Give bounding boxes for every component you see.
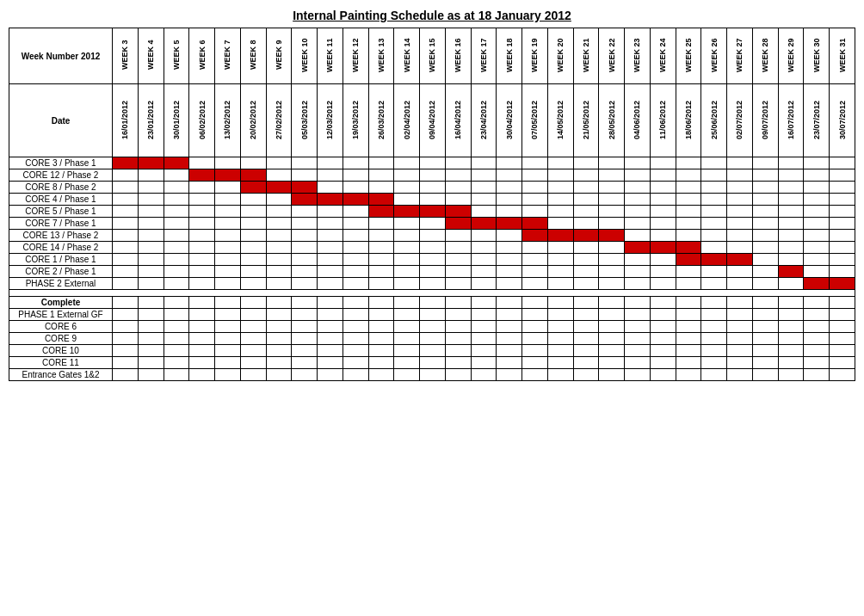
cell-8-14 bbox=[471, 254, 497, 266]
complete-cell-0-3 bbox=[189, 309, 215, 321]
complete-cell-1-5 bbox=[240, 321, 266, 333]
cell-2-28 bbox=[830, 182, 855, 194]
cell-1-9 bbox=[343, 169, 368, 182]
cell-5-21 bbox=[650, 218, 676, 230]
complete-cell-2-17 bbox=[547, 333, 573, 345]
cell-7-16 bbox=[522, 242, 548, 254]
cell-2-6 bbox=[266, 182, 292, 194]
cell-2-24 bbox=[727, 182, 753, 194]
cell-0-0 bbox=[113, 157, 139, 169]
complete-cell-4-26 bbox=[778, 357, 804, 369]
complete-cell-2-13 bbox=[445, 333, 471, 345]
cell-2-9 bbox=[343, 182, 368, 194]
cell-4-27 bbox=[804, 206, 830, 218]
row-4: CORE 5 / Phase 1 bbox=[9, 206, 855, 218]
cell-5-10 bbox=[368, 218, 394, 230]
cell-6-0 bbox=[113, 230, 139, 242]
cell-2-15 bbox=[497, 182, 522, 194]
complete-cell-5-3 bbox=[189, 369, 215, 381]
complete-cell-3-8 bbox=[318, 345, 343, 357]
cell-10-16 bbox=[522, 278, 548, 290]
cell-1-11 bbox=[394, 169, 420, 182]
complete-cell-13 bbox=[445, 297, 471, 309]
week-header-13: WEEK 16 bbox=[445, 28, 471, 84]
complete-cell-1-26 bbox=[778, 321, 804, 333]
cell-2-17 bbox=[547, 182, 573, 194]
cell-8-2 bbox=[164, 254, 189, 266]
complete-cell-0-26 bbox=[778, 309, 804, 321]
cell-2-14 bbox=[471, 182, 497, 194]
cell-7-7 bbox=[292, 242, 318, 254]
row-label-10: PHASE 2 External bbox=[9, 278, 113, 290]
complete-cell-0-17 bbox=[547, 309, 573, 321]
cell-4-0 bbox=[113, 206, 139, 218]
complete-cell-0-5 bbox=[240, 309, 266, 321]
date-header-7: 05/03/2012 bbox=[292, 84, 318, 157]
cell-10-21 bbox=[650, 278, 676, 290]
complete-cell-3-0 bbox=[113, 345, 139, 357]
cell-10-13 bbox=[445, 278, 471, 290]
row-6: CORE 13 / Phase 2 bbox=[9, 230, 855, 242]
cell-1-24 bbox=[727, 169, 753, 182]
week-header-28: WEEK 31 bbox=[830, 28, 855, 84]
complete-row-label-3: CORE 10 bbox=[9, 345, 113, 357]
cell-8-22 bbox=[676, 254, 701, 266]
complete-cell-3-15 bbox=[497, 345, 522, 357]
complete-cell-4-0 bbox=[113, 357, 139, 369]
complete-cell-27 bbox=[804, 297, 830, 309]
cell-8-28 bbox=[830, 254, 855, 266]
complete-cell-2-19 bbox=[599, 333, 625, 345]
cell-9-5 bbox=[240, 266, 266, 278]
cell-9-14 bbox=[471, 266, 497, 278]
date-header-8: 12/03/2012 bbox=[318, 84, 343, 157]
cell-7-15 bbox=[497, 242, 522, 254]
cell-7-1 bbox=[138, 242, 164, 254]
complete-cell-5-23 bbox=[701, 369, 727, 381]
cell-2-10 bbox=[368, 182, 394, 194]
cell-7-19 bbox=[599, 242, 625, 254]
complete-cell-0-1 bbox=[138, 309, 164, 321]
cell-1-10 bbox=[368, 169, 394, 182]
cell-8-3 bbox=[189, 254, 215, 266]
cell-7-24 bbox=[727, 242, 753, 254]
complete-cell-0-7 bbox=[292, 309, 318, 321]
cell-0-27 bbox=[804, 157, 830, 169]
row-label-9: CORE 2 / Phase 1 bbox=[9, 266, 113, 278]
cell-4-1 bbox=[138, 206, 164, 218]
complete-cell-5-11 bbox=[394, 369, 420, 381]
cell-6-12 bbox=[420, 230, 446, 242]
row-label-3: CORE 4 / Phase 1 bbox=[9, 194, 113, 206]
cell-9-24 bbox=[727, 266, 753, 278]
week-header-20: WEEK 23 bbox=[625, 28, 651, 84]
complete-cell-5-14 bbox=[471, 369, 497, 381]
complete-cell-2-26 bbox=[778, 333, 804, 345]
row-label-8: CORE 1 / Phase 1 bbox=[9, 254, 113, 266]
week-header-10: WEEK 13 bbox=[368, 28, 394, 84]
complete-cell-4-22 bbox=[676, 357, 701, 369]
cell-8-21 bbox=[650, 254, 676, 266]
complete-cell-3-24 bbox=[727, 345, 753, 357]
cell-10-7 bbox=[292, 278, 318, 290]
complete-cell-4-28 bbox=[830, 357, 855, 369]
week-header-0: WEEK 3 bbox=[113, 28, 139, 84]
complete-cell-0-13 bbox=[445, 309, 471, 321]
row-1: CORE 12 / Phase 2 bbox=[9, 169, 855, 182]
complete-cell-0-8 bbox=[318, 309, 343, 321]
cell-8-6 bbox=[266, 254, 292, 266]
complete-cell-0-10 bbox=[368, 309, 394, 321]
complete-cell-1 bbox=[138, 297, 164, 309]
complete-cell-5-24 bbox=[727, 369, 753, 381]
cell-5-13 bbox=[445, 218, 471, 230]
date-header-16: 07/05/2012 bbox=[522, 84, 548, 157]
cell-4-13 bbox=[445, 206, 471, 218]
cell-0-14 bbox=[471, 157, 497, 169]
week-header-16: WEEK 19 bbox=[522, 28, 548, 84]
complete-cell-2-7 bbox=[292, 333, 318, 345]
cell-9-21 bbox=[650, 266, 676, 278]
complete-cell-2-25 bbox=[752, 333, 778, 345]
cell-10-17 bbox=[547, 278, 573, 290]
cell-10-24 bbox=[727, 278, 753, 290]
complete-cell-2-14 bbox=[471, 333, 497, 345]
cell-1-13 bbox=[445, 169, 471, 182]
cell-0-13 bbox=[445, 157, 471, 169]
